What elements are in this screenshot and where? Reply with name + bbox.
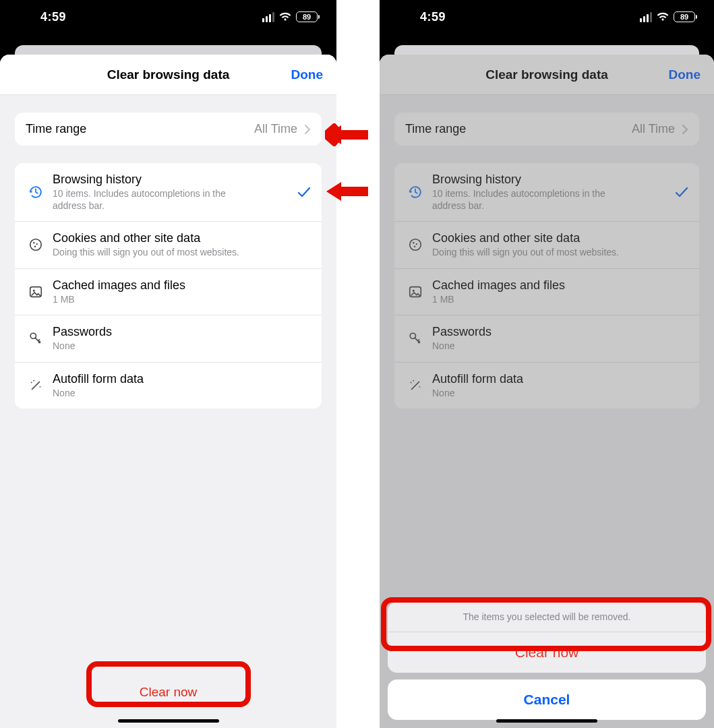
checkmark-icon xyxy=(297,186,311,198)
action-sheet-cancel-button[interactable]: Cancel xyxy=(388,679,706,720)
browsing-history-row[interactable]: Browsing history 10 items. Includes auto… xyxy=(394,163,699,221)
svg-point-7 xyxy=(31,382,32,383)
wifi-icon xyxy=(656,12,670,22)
autofill-row[interactable]: Autofill form data None xyxy=(394,362,699,409)
svg-point-14 xyxy=(416,243,417,245)
action-sheet-message: The items you selected will be removed. xyxy=(388,602,706,632)
done-button[interactable]: Done xyxy=(669,67,701,82)
wand-icon xyxy=(26,378,46,393)
svg-point-19 xyxy=(411,382,412,383)
chevron-right-icon xyxy=(304,124,311,135)
clear-now-button[interactable]: Clear now xyxy=(0,674,336,710)
time-range-value: All Time xyxy=(254,122,297,136)
status-time: 4:59 xyxy=(40,10,66,24)
time-range-label: Time range xyxy=(26,122,86,136)
svg-point-8 xyxy=(33,380,34,382)
cookies-row[interactable]: Cookies and other site data Doing this w… xyxy=(394,221,699,268)
image-icon xyxy=(26,284,46,299)
cellular-icon xyxy=(640,12,652,22)
key-icon xyxy=(26,331,46,346)
phone-right: 4:59 89 Clear browsing data Done Time ra… xyxy=(380,0,714,728)
svg-point-15 xyxy=(414,246,415,247)
svg-point-9 xyxy=(40,386,41,388)
cookie-icon xyxy=(405,237,425,252)
gap xyxy=(336,0,380,728)
home-indicator xyxy=(496,719,597,723)
history-icon xyxy=(26,185,46,200)
autofill-row[interactable]: Autofill form data None xyxy=(15,362,322,409)
svg-point-17 xyxy=(413,289,415,291)
action-sheet-clear-button[interactable]: Clear now xyxy=(388,632,706,673)
passwords-row[interactable]: Passwords None xyxy=(15,315,322,362)
status-bar: 4:59 89 xyxy=(380,0,714,34)
page-title: Clear browsing data xyxy=(485,67,608,82)
settings-sheet: Clear browsing data Done Time range All … xyxy=(0,55,336,728)
home-indicator xyxy=(118,719,219,723)
done-button[interactable]: Done xyxy=(291,67,324,82)
checkmark-icon xyxy=(675,186,688,198)
phone-left: 4:59 89 Clear browsing data Done Time ra… xyxy=(0,0,336,728)
page-title: Clear browsing data xyxy=(107,67,230,82)
status-time: 4:59 xyxy=(420,10,446,24)
svg-point-2 xyxy=(36,243,38,245)
key-icon xyxy=(405,331,425,346)
nav-bar: Clear browsing data Done xyxy=(380,55,714,95)
time-range-row[interactable]: Time range All Time xyxy=(15,113,322,146)
svg-point-1 xyxy=(33,242,34,243)
history-icon xyxy=(405,185,425,200)
image-icon xyxy=(405,284,425,299)
svg-point-0 xyxy=(30,239,42,251)
svg-point-20 xyxy=(413,380,414,382)
cache-row[interactable]: Cached images and files 1 MB xyxy=(394,268,699,315)
passwords-row[interactable]: Passwords None xyxy=(394,315,699,362)
svg-point-3 xyxy=(34,246,36,247)
time-range-row[interactable]: Time range All Time xyxy=(394,113,699,146)
cookie-icon xyxy=(26,237,46,252)
battery-icon: 89 xyxy=(296,11,318,22)
svg-point-5 xyxy=(33,289,35,291)
cookies-row[interactable]: Cookies and other site data Doing this w… xyxy=(15,221,322,268)
svg-point-21 xyxy=(419,386,421,388)
wand-icon xyxy=(405,378,425,393)
cellular-icon xyxy=(262,12,274,22)
svg-point-13 xyxy=(413,242,414,243)
battery-icon: 89 xyxy=(674,11,695,22)
svg-point-12 xyxy=(410,239,421,251)
wifi-icon xyxy=(278,12,292,22)
browsing-history-row[interactable]: Browsing history 10 items. Includes auto… xyxy=(15,163,322,221)
status-bar: 4:59 89 xyxy=(0,0,336,34)
action-sheet: The items you selected will be removed. … xyxy=(388,602,706,720)
chevron-right-icon xyxy=(682,124,688,135)
cache-row[interactable]: Cached images and files 1 MB xyxy=(15,268,322,315)
nav-bar: Clear browsing data Done xyxy=(0,55,336,95)
